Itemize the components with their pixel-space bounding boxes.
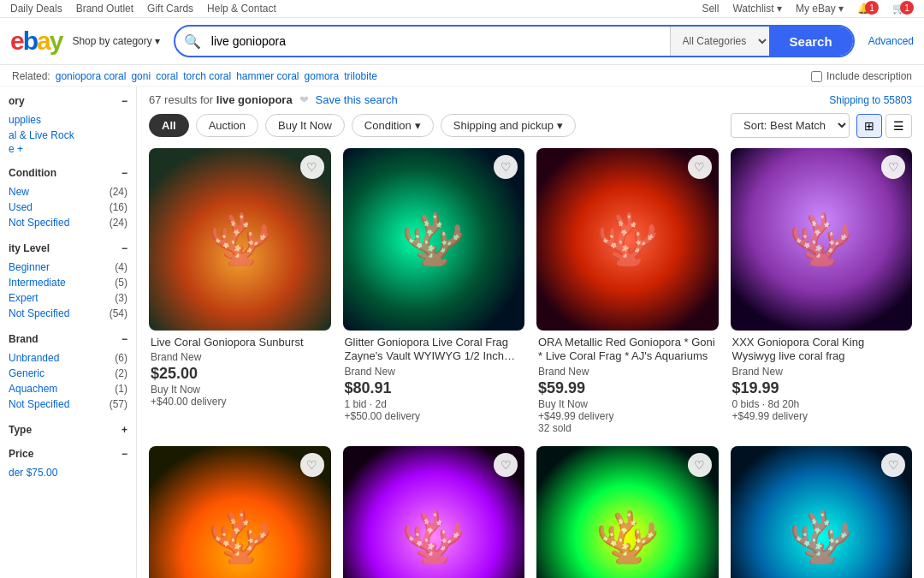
sidebar-supplies[interactable]: upplies: [9, 112, 127, 128]
sidebar-type-header[interactable]: Type +: [9, 424, 127, 436]
product-card[interactable]: ♡ Blue Tip Goniopora Live Coral Frag - A…: [731, 446, 913, 578]
see-all-categories[interactable]: e +: [9, 143, 127, 155]
product-condition: Brand New: [732, 366, 911, 378]
sidebar-difficulty-expert[interactable]: Expert(3): [9, 290, 127, 306]
shop-by-category[interactable]: Shop by category ▾: [72, 35, 159, 47]
product-condition: Brand New: [151, 351, 329, 363]
related-hammer-coral[interactable]: hammer coral: [236, 70, 299, 82]
favorite-button[interactable]: ♡: [688, 155, 712, 179]
sidebar-live-rock[interactable]: al & Live Rock: [9, 128, 127, 143]
related-goni[interactable]: goni: [131, 70, 151, 82]
collapse-icon: −: [121, 95, 127, 107]
list-view-button[interactable]: ☰: [886, 114, 912, 138]
nav-notifications[interactable]: 🔔1: [857, 3, 879, 15]
nav-daily-deals[interactable]: Daily Deals: [10, 3, 62, 15]
sidebar-type-section: Type +: [9, 424, 127, 436]
product-price: $59.99: [538, 379, 717, 397]
sidebar-brand-aquachem[interactable]: Aquachem(1): [9, 381, 127, 396]
product-image-wrap: ♡: [343, 446, 525, 578]
product-title: ORA Metallic Red Goniopora * Goni * Live…: [538, 336, 717, 365]
favorite-button[interactable]: ♡: [881, 155, 905, 179]
results-header: 67 results for live goniopora ❤ Save thi…: [149, 93, 912, 106]
related-trilobite[interactable]: trilobite: [344, 70, 377, 82]
grid-view-button[interactable]: ⊞: [856, 114, 882, 138]
sidebar-price-under75[interactable]: der $75.00: [9, 465, 127, 480]
sidebar-condition-used[interactable]: Used(16): [9, 200, 127, 215]
filter-condition[interactable]: Condition ▾: [352, 114, 434, 137]
related-gomora[interactable]: gomora: [305, 70, 340, 82]
product-card[interactable]: ♡ Live Coral Goniopora Sunburst Brand Ne…: [149, 148, 331, 434]
top-nav-left: Daily Deals Brand Outlet Gift Cards Help…: [10, 3, 276, 15]
product-card[interactable]: ♡ Goniopora Pink Purple Flower Pot Live …: [343, 446, 525, 578]
related-coral[interactable]: coral: [156, 70, 178, 82]
product-card[interactable]: ♡ Glitter Goniopora Live Coral Frag Zayn…: [343, 148, 525, 434]
favorite-button[interactable]: ♡: [300, 453, 324, 477]
view-toggle: ⊞ ☰: [856, 114, 912, 138]
product-info: XXX Goniopora Coral King Wysiwyg live co…: [731, 331, 913, 423]
filter-shipping-pickup[interactable]: Shipping and pickup ▾: [441, 114, 576, 137]
notifications-badge: 1: [865, 1, 879, 15]
collapse-condition-icon: −: [121, 167, 127, 179]
product-card[interactable]: ♡ XXX Goniopora Coral King Wysiwyg live …: [731, 148, 913, 434]
nav-help-contact[interactable]: Help & Contact: [207, 3, 276, 15]
nav-brand-outlet[interactable]: Brand Outlet: [76, 3, 133, 15]
product-card[interactable]: ♡ ORA Metallic Red Goniopora * Goni * Li…: [536, 148, 719, 434]
filter-all[interactable]: All: [149, 114, 189, 137]
favorite-button[interactable]: ♡: [300, 155, 324, 179]
related-torch-coral[interactable]: torch coral: [183, 70, 231, 82]
category-select[interactable]: All Categories: [670, 27, 769, 56]
sidebar-condition-not-specified[interactable]: Not Specified(24): [9, 215, 127, 230]
sidebar-price-header[interactable]: Price −: [9, 448, 127, 460]
product-delivery: +$40.00 delivery: [151, 396, 329, 408]
related-goniopora-coral[interactable]: goniopora coral: [56, 70, 127, 82]
product-image-wrap: ♡: [731, 148, 913, 331]
sidebar-difficulty-section: ity Level − Beginner(4) Intermediate(5) …: [9, 242, 127, 321]
sidebar-condition-section: Condition − New(24) Used(16) Not Specifi…: [9, 167, 127, 230]
sidebar-difficulty-beginner[interactable]: Beginner(4): [9, 259, 127, 275]
nav-gift-cards[interactable]: Gift Cards: [147, 3, 193, 15]
product-buy-type: 0 bids · 8d 20h: [732, 398, 911, 410]
sidebar-category-header[interactable]: ory −: [9, 95, 127, 107]
related-label: Related:: [12, 70, 50, 82]
chevron-condition-icon: ▾: [415, 119, 421, 132]
chevron-down-icon: ▾: [155, 35, 160, 47]
sidebar-brand-unbranded[interactable]: Unbranded(6): [9, 350, 127, 366]
sidebar-difficulty-intermediate[interactable]: Intermediate(5): [9, 275, 127, 290]
sidebar: ory − upplies al & Live Rock e + Conditi…: [0, 86, 137, 578]
collapse-brand-icon: −: [121, 333, 127, 345]
product-card[interactable]: ♡ WYSIWYG Neon Green Goniopora Live Cora…: [536, 446, 719, 578]
sidebar-difficulty-header[interactable]: ity Level −: [9, 242, 127, 254]
favorite-button[interactable]: ♡: [494, 155, 518, 179]
include-description-checkbox[interactable]: [811, 71, 822, 82]
sidebar-condition-header[interactable]: Condition −: [9, 167, 127, 179]
sidebar-category-section: ory − upplies al & Live Rock e +: [9, 95, 127, 155]
product-buy-type: Buy It Now: [151, 384, 329, 396]
save-search-link[interactable]: Save this search: [316, 93, 398, 106]
shipping-info[interactable]: Shipping to 55803: [829, 94, 912, 106]
sidebar-brand-not-specified[interactable]: Not Specified(57): [9, 396, 127, 412]
include-description-label: Include description: [811, 70, 912, 82]
product-info: Glitter Goniopora Live Coral Frag Zayne'…: [343, 331, 525, 423]
sidebar-brand-generic[interactable]: Generic(2): [9, 366, 127, 381]
product-image-wrap: ♡: [536, 148, 719, 331]
sort-area: Sort: Best Match ⊞ ☰: [731, 113, 912, 138]
main-header: ebay Shop by category ▾ 🔍 All Categories…: [0, 18, 924, 65]
product-card[interactable]: ♡ Live Goniopora Coral Frag - Orange Sun…: [149, 446, 331, 578]
search-button[interactable]: Search: [769, 27, 853, 56]
sort-select[interactable]: Sort: Best Match: [731, 113, 850, 138]
product-image-wrap: ♡: [731, 446, 913, 578]
sidebar-difficulty-not-specified[interactable]: Not Specified(54): [9, 306, 127, 321]
filter-buy-it-now[interactable]: Buy It Now: [265, 114, 345, 137]
filter-auction[interactable]: Auction: [196, 114, 258, 137]
filter-bar: All Auction Buy It Now Condition ▾ Shipp…: [149, 113, 912, 138]
sidebar-condition-new[interactable]: New(24): [9, 184, 127, 200]
sidebar-brand-header[interactable]: Brand −: [9, 333, 127, 345]
favorite-button[interactable]: ♡: [688, 453, 712, 477]
nav-watchlist[interactable]: Watchlist ▾: [732, 3, 782, 15]
nav-sell[interactable]: Sell: [702, 3, 719, 15]
nav-myebay[interactable]: My eBay ▾: [796, 3, 844, 15]
search-icon: 🔍: [175, 33, 201, 50]
nav-cart[interactable]: 🛒1: [892, 3, 914, 15]
advanced-link[interactable]: Advanced: [868, 35, 914, 47]
search-input[interactable]: [201, 34, 670, 48]
